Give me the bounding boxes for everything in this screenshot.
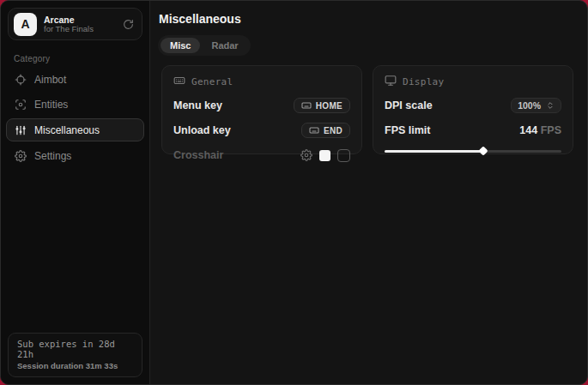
app-logo: A: [14, 13, 37, 36]
fps-limit-label: FPS limit: [385, 124, 430, 136]
keyboard-icon: [309, 125, 319, 135]
slider-fill: [385, 150, 483, 153]
sidebar-item-label: Entities: [34, 99, 68, 111]
gear-icon: [15, 150, 27, 162]
crosshair-row: Crosshair: [173, 147, 350, 164]
sub-expires-text: Sub expires in 28d 21h: [17, 339, 133, 359]
subscription-card: Sub expires in 28d 21h Session duration …: [8, 333, 142, 377]
tab-misc[interactable]: Misc: [161, 38, 200, 53]
dpi-scale-value: 100%: [518, 100, 541, 111]
display-card: Display DPI scale 100% FPS limit: [373, 65, 573, 154]
sidebar-item-label: Miscellaneous: [34, 124, 100, 136]
unload-key-row: Unload key END: [173, 122, 350, 139]
fps-limit-row: FPS limit 144 FPS: [385, 122, 561, 139]
keyboard-icon: [301, 100, 312, 111]
sidebar: A Arcane for The Finals Category Aim: [1, 1, 150, 384]
sliders-icon: [15, 124, 27, 136]
sidebar-item-miscellaneous[interactable]: Miscellaneous: [6, 118, 144, 141]
display-card-title: Display: [403, 76, 444, 87]
fps-limit-unit: FPS: [541, 124, 561, 136]
sidebar-item-label: Settings: [34, 150, 71, 162]
menu-key-label: Menu key: [173, 99, 222, 111]
app-subtitle: for The Finals: [44, 25, 116, 34]
slider-thumb[interactable]: [479, 146, 488, 155]
sidebar-item-aimbot[interactable]: Aimbot: [6, 69, 144, 90]
chevrons-up-down-icon: [546, 101, 555, 110]
menu-key-bind-button[interactable]: HOME: [294, 98, 350, 113]
app-logo-card: A Arcane for The Finals: [8, 8, 142, 40]
keyboard-icon: [173, 75, 185, 89]
app-name: Arcane: [44, 15, 116, 25]
app-logo-letter: A: [21, 17, 29, 31]
sidebar-nav: Aimbot Entities Miscellaneous: [1, 67, 149, 168]
main-content: Miscellaneous Misc Radar General Menu ke…: [150, 1, 588, 384]
crosshair-label: Crosshair: [173, 149, 223, 161]
category-label: Category: [14, 54, 136, 63]
dpi-scale-select[interactable]: 100%: [511, 98, 561, 113]
tab-radar[interactable]: Radar: [202, 38, 247, 53]
scan-eye-icon: [15, 99, 27, 111]
menu-key-value: HOME: [316, 101, 342, 111]
sync-icon[interactable]: [123, 19, 134, 30]
sidebar-item-settings[interactable]: Settings: [6, 145, 144, 166]
crosshair-color-swatch[interactable]: [319, 150, 330, 161]
crosshair-icon: [15, 74, 27, 86]
fps-limit-value: 144: [519, 124, 537, 136]
unload-key-bind-button[interactable]: END: [301, 123, 350, 138]
menu-key-row: Menu key HOME: [173, 97, 350, 114]
fps-limit-slider[interactable]: [385, 147, 561, 155]
crosshair-settings-gear-icon[interactable]: [300, 149, 312, 161]
session-duration-text: Session duration 31m 33s: [17, 361, 133, 370]
app-window: A Arcane for The Finals Category Aim: [0, 0, 588, 385]
unload-key-value: END: [324, 126, 342, 135]
dpi-scale-label: DPI scale: [385, 99, 433, 111]
crosshair-checkbox[interactable]: [337, 149, 350, 162]
tab-bar: Misc Radar: [158, 35, 251, 56]
sidebar-item-entities[interactable]: Entities: [6, 93, 144, 115]
page-title: Miscellaneous: [159, 12, 573, 26]
monitor-icon: [385, 75, 397, 89]
general-card-title: General: [191, 76, 233, 87]
sidebar-item-label: Aimbot: [34, 74, 66, 86]
unload-key-label: Unload key: [173, 124, 231, 136]
dpi-scale-row: DPI scale 100%: [385, 97, 561, 114]
general-card: General Menu key HOME Unload key: [161, 65, 362, 154]
